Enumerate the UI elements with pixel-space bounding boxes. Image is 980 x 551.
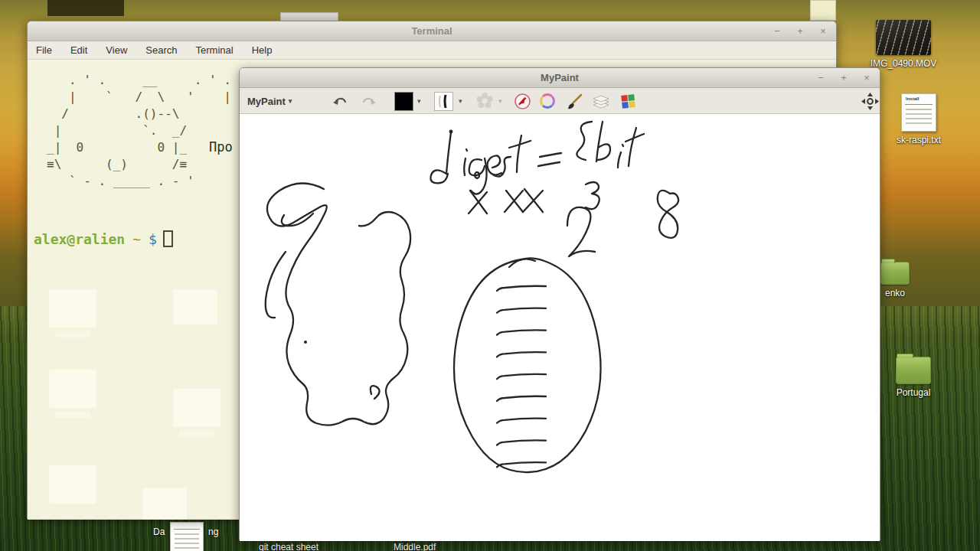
egg-tick xyxy=(497,286,546,291)
egg-tick xyxy=(497,462,546,467)
blob-sketch xyxy=(266,183,410,425)
menu-search[interactable]: Search xyxy=(145,44,177,56)
close-button[interactable]: × xyxy=(818,26,828,37)
paper-line xyxy=(906,113,932,115)
pan-cross-icon xyxy=(861,93,879,110)
handwriting-two xyxy=(567,207,595,256)
color-wheel-icon xyxy=(514,93,531,110)
paper-line xyxy=(906,118,932,119)
desktop-icon-video[interactable]: IMG_0490.MOV xyxy=(861,20,946,69)
terminal-titlebar[interactable]: Terminal − + × xyxy=(28,21,836,41)
terminal-cursor xyxy=(163,230,173,247)
brush-preview-dropdown[interactable]: ▾ xyxy=(459,88,462,114)
paper-line xyxy=(175,538,199,540)
ghost-icon xyxy=(49,370,96,408)
bottom-icon-label-git[interactable]: git cheat sheet xyxy=(259,542,318,551)
layers-stack-icon xyxy=(592,93,610,110)
egg-tick xyxy=(497,352,546,357)
symmetry-flower-dropdown[interactable]: ▾ xyxy=(498,88,502,114)
background-window-fragment-2 xyxy=(810,0,836,21)
paper-line xyxy=(175,547,199,549)
color-swatch-button[interactable] xyxy=(394,88,413,114)
file-preview-text: Install xyxy=(906,96,919,102)
egg-tick xyxy=(497,440,546,445)
mypaint-menu-button[interactable]: MyPaint ▾ xyxy=(247,88,292,114)
text-file-icon: Install xyxy=(901,93,936,132)
folder-icon xyxy=(880,262,910,285)
symmetry-flower-button[interactable] xyxy=(475,88,494,114)
chevron-down-icon: ▾ xyxy=(459,97,462,105)
paper-line xyxy=(905,104,933,105)
scroll-pan-button[interactable] xyxy=(861,88,879,114)
undo-button[interactable] xyxy=(332,88,348,114)
egg-tick xyxy=(497,330,546,334)
paper-line xyxy=(906,109,932,110)
paintbrush-icon xyxy=(566,93,584,110)
terminal-title: Terminal xyxy=(28,25,836,37)
terminal-text-cyrillic: Про xyxy=(209,139,233,155)
menu-file[interactable]: File xyxy=(36,44,52,56)
paintbrush-button[interactable] xyxy=(566,88,584,114)
undo-arrow-icon xyxy=(332,93,348,109)
minimize-button[interactable]: − xyxy=(815,73,826,83)
egg-tick xyxy=(497,419,546,423)
desktop: IMG_0490.MOV Install sk-raspi.txt enko P… xyxy=(0,0,980,551)
palette-icon xyxy=(619,93,637,110)
shell-prompt: alex@ralien ~ $ xyxy=(34,230,173,247)
mypaint-window: MyPaint − + × MyPaint ▾ xyxy=(239,67,880,540)
ghost-icon xyxy=(173,389,220,427)
brush-preview-button[interactable] xyxy=(434,88,453,114)
brush-preview-icon xyxy=(434,92,453,111)
menu-edit[interactable]: Edit xyxy=(70,44,87,56)
egg-tick xyxy=(497,308,546,313)
paper-line xyxy=(174,529,200,530)
menu-view[interactable]: View xyxy=(106,44,127,56)
bottom-icon-label-pdf[interactable]: Middle.pdf xyxy=(394,542,436,551)
redo-button[interactable] xyxy=(361,88,377,114)
minimize-button[interactable]: − xyxy=(772,26,782,37)
handwriting-eight xyxy=(658,191,678,238)
mypaint-canvas[interactable] xyxy=(240,114,880,541)
desktop-icon-document[interactable] xyxy=(170,522,204,551)
chevron-down-icon: ▾ xyxy=(417,97,421,105)
color-ring-button[interactable] xyxy=(540,88,555,114)
ghost-icon xyxy=(142,488,187,520)
current-color-swatch-black xyxy=(394,92,413,111)
ascii-art-cat: . ' . __ . ' . | ` / \ ' | / .()--\ | `.… xyxy=(47,72,231,190)
prompt-user-host: alex@ralien xyxy=(34,231,125,247)
egg-tick-marks xyxy=(497,286,546,468)
terminal-menubar: File Edit View Search Terminal Help xyxy=(28,41,836,60)
mypaint-titlebar[interactable]: MyPaint − + × xyxy=(240,68,880,88)
layers-button[interactable] xyxy=(592,88,610,114)
prompt-symbol: $ xyxy=(149,231,157,247)
color-changer-button[interactable] xyxy=(514,88,531,114)
desktop-icon-label: sk-raspi.txt xyxy=(873,135,965,145)
desktop-icon-folder-portugal[interactable]: Portugal xyxy=(879,357,948,398)
menu-help[interactable]: Help xyxy=(252,44,273,56)
maximize-button[interactable]: + xyxy=(795,26,805,37)
mypaint-toolbar: MyPaint ▾ ▾ xyxy=(240,88,880,114)
folder-icon xyxy=(896,357,931,384)
egg-sketch xyxy=(454,258,601,472)
color-ring-icon xyxy=(540,93,555,109)
bottom-icon-label-left: Da xyxy=(153,527,165,537)
close-button[interactable]: × xyxy=(861,73,872,83)
handwriting-digest-equals-8bit xyxy=(431,122,645,194)
ghost-icon xyxy=(49,465,96,504)
egg-tick xyxy=(497,374,546,379)
desktop-icon-label: Portugal xyxy=(879,387,948,398)
prompt-cwd: ~ xyxy=(132,231,141,247)
menu-terminal[interactable]: Terminal xyxy=(196,44,234,56)
palette-button[interactable] xyxy=(619,88,637,114)
mypaint-menu-label: MyPaint xyxy=(247,96,286,107)
desktop-icon-textfile[interactable]: Install sk-raspi.txt xyxy=(873,93,965,145)
document-icon xyxy=(170,522,204,551)
video-thumbnail xyxy=(876,20,931,55)
handwriting-three-superscript xyxy=(586,182,599,209)
paper-line xyxy=(906,122,932,124)
ghost-icon-label xyxy=(55,331,90,337)
ghost-icon xyxy=(173,289,217,324)
egg-tick xyxy=(497,396,546,401)
maximize-button[interactable]: + xyxy=(838,73,849,83)
color-swatch-dropdown[interactable]: ▾ xyxy=(417,88,421,114)
